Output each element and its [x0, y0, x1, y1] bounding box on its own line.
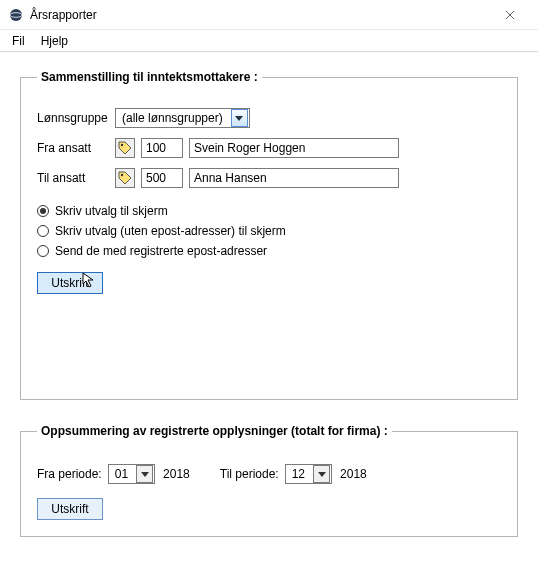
group-sammenstilling-legend: Sammenstilling til inntektsmottakere :	[37, 70, 262, 84]
combo-lonnsgruppe[interactable]: (alle lønnsgrupper)	[115, 108, 250, 128]
chevron-down-icon	[318, 470, 326, 478]
window-title: Årsrapporter	[30, 8, 490, 22]
menu-file[interactable]: Fil	[4, 32, 33, 50]
svg-point-6	[121, 174, 123, 176]
cursor-icon	[82, 272, 98, 291]
svg-marker-9	[318, 472, 326, 477]
lookup-fra-ansatt-button[interactable]	[115, 138, 135, 158]
print-button-1[interactable]: Utskrift	[37, 272, 103, 294]
lookup-til-ansatt-button[interactable]	[115, 168, 135, 188]
combo-fra-periode[interactable]: 01	[108, 464, 155, 484]
input-til-ansatt-num[interactable]	[141, 168, 183, 188]
radio-label: Skriv utvalg (uten epost-adresser) til s…	[55, 224, 286, 238]
close-button[interactable]	[490, 0, 530, 30]
radio-send-epost[interactable]: Send de med registrerte epost-adresser	[37, 244, 501, 258]
label-til-year: 2018	[340, 467, 367, 481]
combo-til-periode[interactable]: 12	[285, 464, 332, 484]
label-fra-ansatt: Fra ansatt	[37, 141, 115, 155]
row-lonnsgruppe: Lønnsgruppe (alle lønnsgrupper)	[37, 108, 501, 128]
group-sammenstilling: Sammenstilling til inntektsmottakere : L…	[20, 70, 518, 400]
row-fra-ansatt: Fra ansatt	[37, 138, 501, 158]
label-fra-periode: Fra periode:	[37, 467, 102, 481]
chevron-down-icon	[235, 114, 243, 122]
combo-lonnsgruppe-button[interactable]	[231, 109, 248, 127]
svg-point-0	[10, 9, 22, 21]
group-oppsummering: Oppsummering av registrerte opplysninger…	[20, 424, 518, 537]
print-button-2[interactable]: Utskrift	[37, 498, 103, 520]
svg-marker-7	[83, 273, 93, 287]
app-icon	[8, 7, 24, 23]
combo-til-periode-value: 12	[286, 467, 311, 481]
radio-icon	[37, 245, 49, 257]
titlebar: Årsrapporter	[0, 0, 538, 30]
tag-icon	[118, 171, 132, 185]
radio-group-output: Skriv utvalg til skjerm Skriv utvalg (ut…	[37, 204, 501, 258]
label-fra-year: 2018	[163, 467, 190, 481]
combo-fra-periode-value: 01	[109, 467, 134, 481]
radio-skriv-utvalg-uten-epost[interactable]: Skriv utvalg (uten epost-adresser) til s…	[37, 224, 501, 238]
radio-label: Skriv utvalg til skjerm	[55, 204, 168, 218]
combo-lonnsgruppe-value: (alle lønnsgrupper)	[116, 111, 229, 125]
svg-point-5	[121, 144, 123, 146]
combo-fra-periode-button[interactable]	[136, 465, 153, 483]
menubar: Fil Hjelp	[0, 30, 538, 52]
print-button-2-label: Utskrift	[51, 502, 88, 516]
chevron-down-icon	[141, 470, 149, 478]
radio-icon	[37, 205, 49, 217]
client-area: Sammenstilling til inntektsmottakere : L…	[0, 52, 538, 570]
label-lonnsgruppe: Lønnsgruppe	[37, 111, 115, 125]
radio-skriv-utvalg-skjerm[interactable]: Skriv utvalg til skjerm	[37, 204, 501, 218]
label-til-periode: Til periode:	[220, 467, 279, 481]
radio-label: Send de med registrerte epost-adresser	[55, 244, 267, 258]
label-til-ansatt: Til ansatt	[37, 171, 115, 185]
svg-marker-8	[141, 472, 149, 477]
input-fra-ansatt-num[interactable]	[141, 138, 183, 158]
menu-help[interactable]: Hjelp	[33, 32, 76, 50]
input-fra-ansatt-name[interactable]	[189, 138, 399, 158]
radio-icon	[37, 225, 49, 237]
input-til-ansatt-name[interactable]	[189, 168, 399, 188]
group-oppsummering-legend: Oppsummering av registrerte opplysninger…	[37, 424, 392, 438]
row-til-ansatt: Til ansatt	[37, 168, 501, 188]
svg-marker-4	[235, 116, 243, 121]
row-periods: Fra periode: 01 2018 Til periode: 12 201…	[37, 464, 501, 484]
combo-til-periode-button[interactable]	[313, 465, 330, 483]
tag-icon	[118, 141, 132, 155]
